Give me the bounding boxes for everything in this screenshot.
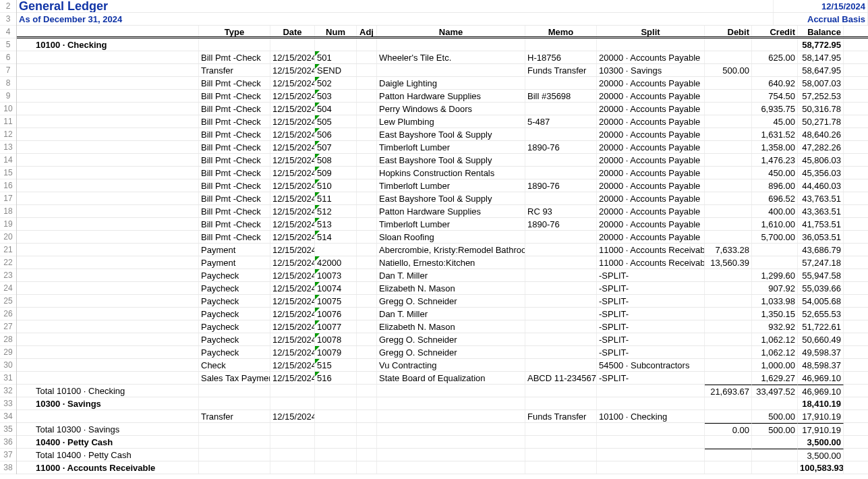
ledger-row[interactable]: Payment12/15/202442000Natiello, Ernesto:…	[17, 256, 868, 269]
ledger-row[interactable]: Bill Pmt -Check12/15/2024510Timberloft L…	[17, 179, 868, 192]
cell-adj	[357, 320, 377, 333]
cell-type: Paycheck	[199, 269, 270, 281]
cell-split: 20000 · Accounts Payable	[597, 154, 705, 166]
row-number: 30	[0, 359, 16, 372]
cell-num: 506	[315, 128, 357, 140]
cell-adj	[357, 372, 377, 384]
cell-type: Bill Pmt -Check	[199, 90, 270, 102]
cell-pad	[17, 346, 199, 358]
cell-debit	[705, 141, 752, 153]
cell-debit	[705, 346, 752, 358]
ledger-row[interactable]: Bill Pmt -Check12/15/2024513Timberloft L…	[17, 218, 868, 231]
row-number: 9	[0, 90, 16, 103]
cell-type: Bill Pmt -Check	[199, 167, 270, 179]
total-credit: 500.00	[752, 423, 798, 435]
cell-split: -SPLIT-	[597, 372, 705, 384]
ledger-row[interactable]: Bill Pmt -Check12/15/2024512Patton Hardw…	[17, 205, 868, 218]
cell-num: 514	[315, 231, 357, 243]
cell-num: 10074	[315, 282, 357, 294]
ledger-row[interactable]: Bill Pmt -Check12/15/2024514Sloan Roofin…	[17, 231, 868, 244]
ledger-row[interactable]: Bill Pmt -Check12/15/2024511East Bayshor…	[17, 192, 868, 205]
cell-adj	[357, 128, 377, 140]
ledger-row[interactable]: Payment12/15/2024Abercrombie, Kristy:Rem…	[17, 244, 868, 256]
ledger-row[interactable]: Paycheck12/15/202410073Dan T. Miller-SPL…	[17, 269, 868, 282]
cell-date: 12/15/2024	[270, 256, 315, 269]
account-header-checking[interactable]: 10100 · Checking 58,772.95	[17, 38, 868, 51]
account-header-savings[interactable]: 10300 · Savings 18,410.19	[17, 397, 868, 410]
ledger-row[interactable]: Bill Pmt -Check12/15/2024508East Bayshor…	[17, 154, 868, 167]
cell-balance: 50,271.78	[798, 115, 844, 128]
ledger-row[interactable]: Bill Pmt -Check12/15/2024504Perry Window…	[17, 103, 868, 115]
cell-num: 502	[315, 77, 357, 89]
cell-memo: RC 93	[525, 205, 597, 217]
cell-memo	[525, 308, 597, 320]
report-date: 12/15/2024	[774, 0, 868, 12]
ledger-row[interactable]: Paycheck12/15/202410076Dan T. Miller-SPL…	[17, 308, 868, 320]
cell-type: Paycheck	[199, 308, 270, 320]
cell-pad	[17, 244, 199, 256]
cell-type: Payment	[199, 256, 270, 269]
cell-split: 20000 · Accounts Payable	[597, 141, 705, 153]
cell-credit	[752, 244, 798, 256]
cell-credit: 1,062.12	[752, 333, 798, 345]
cell-debit	[705, 359, 752, 371]
col-credit: Credit	[752, 26, 798, 36]
cell-type: Transfer	[199, 410, 270, 422]
row-number: 18	[0, 205, 16, 218]
cell-pad	[17, 359, 199, 371]
ledger-row[interactable]: Bill Pmt -Check12/15/2024505Lew Plumbing…	[17, 115, 868, 128]
ledger-row[interactable]: Transfer12/15/2024Funds Transfer10100 · …	[17, 410, 868, 423]
ledger-row[interactable]: Bill Pmt -Check12/15/2024502Daigle Light…	[17, 77, 868, 90]
cell-credit: 1,299.60	[752, 269, 798, 281]
ledger-row[interactable]: Check12/15/2024515Vu Contracting54500 · …	[17, 359, 868, 372]
cell-balance: 44,460.03	[798, 179, 844, 192]
cell-adj	[357, 244, 377, 256]
cell-split: 10100 · Checking	[597, 410, 705, 422]
cell-date: 12/15/2024	[270, 64, 315, 76]
ledger-row[interactable]: Paycheck12/15/202410074Elizabeth N. Maso…	[17, 282, 868, 295]
cell-date: 12/15/2024	[270, 295, 315, 307]
cell-split: -SPLIT-	[597, 320, 705, 333]
cell-debit	[705, 179, 752, 192]
row-number: 33	[0, 397, 16, 410]
opening-balance: 100,583.93	[798, 461, 844, 474]
cell-adj	[357, 269, 377, 281]
ledger-row[interactable]: Bill Pmt -Check12/15/2024503Patton Hardw…	[17, 90, 868, 103]
ledger-row[interactable]: Bill Pmt -Check12/15/2024506East Bayshor…	[17, 128, 868, 141]
ledger-row[interactable]: Bill Pmt -Check12/15/2024501Wheeler's Ti…	[17, 51, 868, 64]
ledger-row[interactable]: Bill Pmt -Check12/15/2024509Hopkins Cons…	[17, 167, 868, 179]
ledger-row[interactable]: Paycheck12/15/202410079Gregg O. Schneide…	[17, 346, 868, 359]
cell-credit: 896.00	[752, 179, 798, 192]
cell-num: 10077	[315, 320, 357, 333]
col-balance: Balance	[798, 26, 844, 36]
account-header-ar[interactable]: 11000 · Accounts Receivable 100,583.93	[17, 461, 868, 474]
cell-type: Paycheck	[199, 295, 270, 307]
ledger-row[interactable]: Paycheck12/15/202410075Gregg O. Schneide…	[17, 295, 868, 308]
cell-pad	[17, 295, 199, 307]
ledger-row[interactable]: Bill Pmt -Check12/15/2024507Timberloft L…	[17, 141, 868, 154]
account-header-petty[interactable]: 10400 · Petty Cash 3,500.00	[17, 436, 868, 449]
cell-date: 12/15/2024	[270, 103, 315, 115]
cell-pad	[17, 410, 199, 422]
cell-date: 12/15/2024	[270, 115, 315, 128]
ledger-row[interactable]: Sales Tax Payment12/15/2024516State Boar…	[17, 372, 868, 385]
cell-split: 20000 · Accounts Payable	[597, 231, 705, 243]
cell-type: Paycheck	[199, 282, 270, 294]
cell-num: 510	[315, 179, 357, 192]
cell-type: Bill Pmt -Check	[199, 205, 270, 217]
cell-split: 20000 · Accounts Payable	[597, 115, 705, 128]
col-memo: Memo	[525, 26, 597, 36]
cell-pad	[17, 192, 199, 204]
cell-credit: 5,700.00	[752, 231, 798, 243]
ledger-row[interactable]: Paycheck12/15/202410078Gregg O. Schneide…	[17, 333, 868, 346]
ledger-row[interactable]: Paycheck12/15/202410077Elizabeth N. Maso…	[17, 320, 868, 333]
ledger-row[interactable]: Transfer12/15/2024SENDFunds Transfer1030…	[17, 64, 868, 77]
row-number: 14	[0, 154, 16, 167]
cell-balance: 46,969.10	[798, 372, 844, 384]
account-name: 10400 · Petty Cash	[17, 436, 199, 448]
cell-debit	[705, 320, 752, 333]
cell-balance: 57,252.53	[798, 90, 844, 102]
cell-credit: 1,033.98	[752, 295, 798, 307]
cell-type: Bill Pmt -Check	[199, 51, 270, 63]
cell-type: Paycheck	[199, 333, 270, 345]
